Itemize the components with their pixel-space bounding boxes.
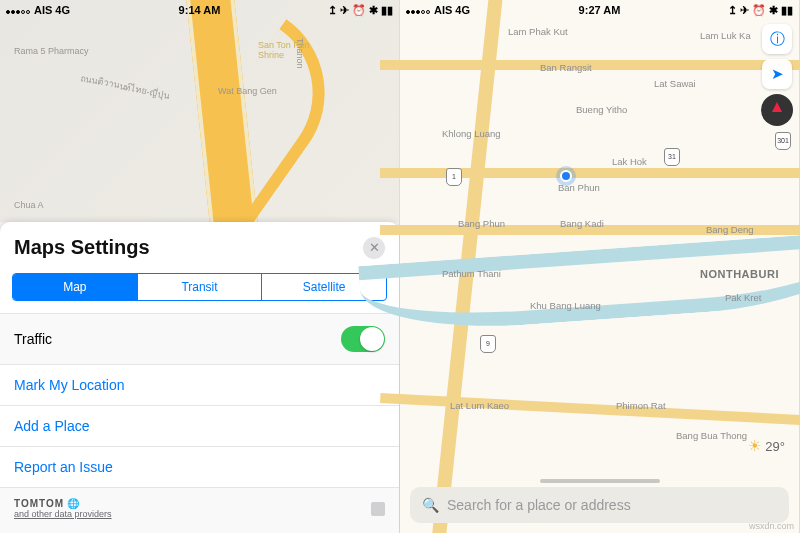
place-bang-kadi: Bang Kadi — [560, 218, 604, 229]
attribution-row: TOMTOM 🌐 and other data providers — [0, 487, 399, 533]
info-button[interactable]: ⓘ — [762, 24, 792, 54]
map-background[interactable]: Rama 5 Pharmacy Wat Bang Gen Thanon ถนนต… — [0, 0, 399, 222]
poi-san-ton-pan: San Ton PanShrine — [258, 40, 309, 60]
traffic-row: Traffic — [0, 313, 399, 364]
attribution-brand: TOMTOM — [14, 498, 64, 509]
place-lam-phak-kut: Lam Phak Kut — [508, 26, 568, 37]
globe-icon: 🌐 — [67, 498, 79, 509]
status-bar: AIS 4G 9:14 AM ↥ ✈︎ ⏰ ✱ ▮▮ — [0, 0, 399, 18]
place-bang-bua-thong: Bang Bua Thong — [676, 430, 747, 441]
thai-road-label: ถนนติวานนท์ไทย-ญี่ปุ่น — [80, 71, 171, 103]
place-khu-bang-luang: Khu Bang Luang — [530, 300, 601, 311]
network-label: 4G — [55, 4, 70, 16]
add-place-button[interactable]: Add a Place — [0, 405, 399, 446]
search-bar[interactable]: 🔍 Search for a place or address — [410, 487, 789, 523]
place-pak-kret: Pak Kret — [725, 292, 761, 303]
carrier-label: AIS — [34, 4, 52, 16]
left-screenshot: AIS 4G 9:14 AM ↥ ✈︎ ⏰ ✱ ▮▮ Rama 5 Pharma… — [0, 0, 400, 533]
maps-settings-card: Maps Settings ✕ Map Transit Satellite Tr… — [0, 222, 399, 533]
traffic-label: Traffic — [14, 331, 52, 347]
location-arrow-icon: ➤ — [771, 65, 784, 83]
weather-widget[interactable]: ☀ 29° — [748, 437, 785, 455]
road-h2 — [380, 168, 800, 178]
current-location-dot — [560, 170, 572, 182]
place-lat-sawai: Lat Sawai — [654, 78, 696, 89]
locate-button[interactable]: ➤ — [762, 59, 792, 89]
place-lat-lum-kaeo: Lat Lum Kaeo — [450, 400, 509, 411]
search-icon: 🔍 — [422, 497, 439, 513]
place-ban-rangsit: Ban Rangsit — [540, 62, 592, 73]
place-lak-hok: Lak Hok — [612, 156, 647, 167]
segment-transit[interactable]: Transit — [137, 274, 262, 300]
poi-landmark: Chua A — [14, 200, 44, 210]
place-khlong-luang: Khlong Luang — [442, 128, 501, 139]
compass-icon[interactable] — [761, 94, 793, 126]
signal-dots — [6, 4, 31, 16]
close-icon: ✕ — [369, 240, 380, 255]
traffic-toggle[interactable] — [341, 326, 385, 352]
map-type-segmented-control[interactable]: Map Transit Satellite — [12, 273, 387, 301]
clock: 9:14 AM — [179, 4, 221, 16]
search-placeholder: Search for a place or address — [447, 497, 631, 513]
report-issue-button[interactable]: Report an Issue — [0, 446, 399, 487]
place-phimon-rat: Phimon Rat — [616, 400, 666, 411]
place-bang-phun: Bang Phun — [458, 218, 505, 229]
network-label: 4G — [455, 4, 470, 16]
status-icons: ↥ ✈︎ ⏰ ✱ ▮▮ — [728, 4, 793, 17]
pages-icon — [371, 502, 385, 516]
place-ban-phun: Ban Phun — [558, 182, 600, 193]
place-nonthaburi: NONTHABURI — [700, 268, 779, 280]
route-shield-301: 301 — [775, 132, 791, 150]
floating-controls: ⓘ ➤ — [761, 24, 793, 126]
home-indicator — [540, 479, 660, 483]
river — [358, 230, 800, 336]
info-icon: ⓘ — [770, 30, 785, 49]
route-shield-1: 1 — [446, 168, 462, 186]
poi-pharmacy: Rama 5 Pharmacy — [14, 46, 89, 56]
sun-icon: ☀ — [748, 437, 761, 455]
carrier-label: AIS — [434, 4, 452, 16]
close-button[interactable]: ✕ — [363, 237, 385, 259]
mark-location-button[interactable]: Mark My Location — [0, 364, 399, 405]
poi-temple: Wat Bang Gen — [218, 86, 277, 96]
signal-dots — [406, 4, 431, 16]
place-lam-luk-ka: Lam Luk Ka — [700, 30, 751, 41]
status-icons: ↥ ✈︎ ⏰ ✱ ▮▮ — [328, 4, 393, 17]
attribution-link[interactable]: and other data providers — [14, 509, 112, 519]
card-title: Maps Settings — [14, 236, 150, 259]
segment-map[interactable]: Map — [13, 274, 137, 300]
temperature-label: 29° — [765, 439, 785, 454]
route-shield-9: 9 — [480, 335, 496, 353]
route-shield-31: 31 — [664, 148, 680, 166]
place-pathum: Pathum Thani — [442, 268, 501, 279]
status-bar: AIS 4G 9:27 AM ↥ ✈︎ ⏰ ✱ ▮▮ — [400, 0, 799, 18]
clock: 9:27 AM — [579, 4, 621, 16]
watermark: wsxdn.com — [749, 521, 794, 531]
right-screenshot: AIS 4G 9:27 AM ↥ ✈︎ ⏰ ✱ ▮▮ Lam Phak Kut … — [400, 0, 800, 533]
place-bueng-yitho: Bueng Yitho — [576, 104, 627, 115]
place-bang-deng: Bang Deng — [706, 224, 754, 235]
map-canvas[interactable]: Lam Phak Kut Lam Luk Ka Ban Rangsit Lat … — [400, 0, 799, 533]
